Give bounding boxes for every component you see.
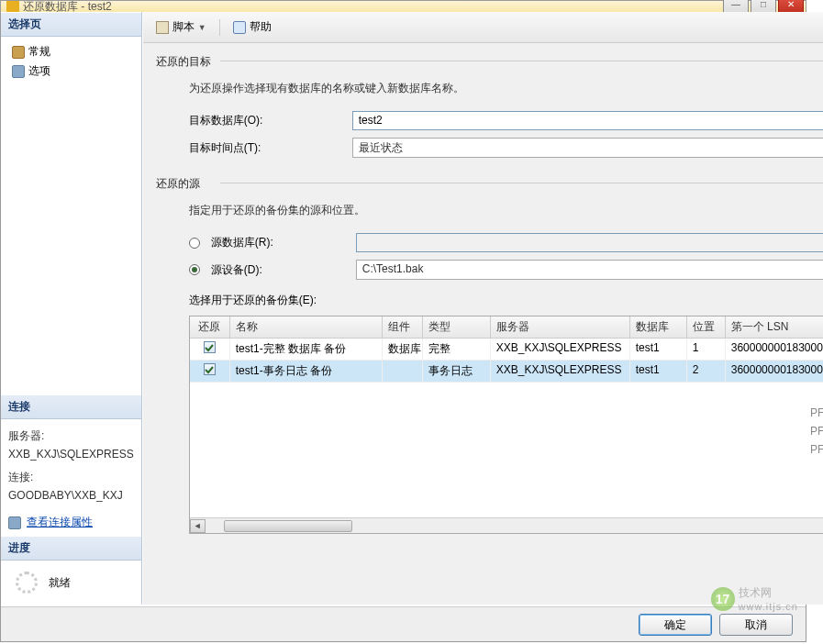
grid-header: 还原 名称 组件 类型 服务器 数据库 位置 第一个 LSN	[190, 316, 823, 339]
restore-checkbox[interactable]	[204, 341, 216, 353]
maximize-button[interactable]: □	[751, 1, 776, 12]
horizontal-scrollbar[interactable]: ◄ ►	[190, 517, 823, 533]
cell-component: 数据库	[383, 339, 423, 360]
from-database-label: 源数据库(R):	[211, 235, 349, 250]
page-options[interactable]: 选项	[8, 61, 134, 81]
table-row[interactable]: test1-完整 数据库 备份数据库完整XXB_KXJ\SQLEXPRESSte…	[190, 339, 823, 361]
source-heading: 还原的源	[156, 171, 823, 194]
help-icon	[233, 21, 246, 34]
cell-database: test1	[630, 361, 687, 382]
source-desc: 指定用于还原的备份集的源和位置。	[156, 194, 823, 229]
options-icon	[12, 65, 25, 78]
table-row[interactable]: test1-事务日志 备份事务日志XXB_KXJ\SQLEXPRESStest1…	[190, 361, 823, 383]
server-label: 服务器:	[8, 428, 134, 444]
cell-position: 1	[687, 339, 726, 360]
from-device-radio[interactable]	[189, 264, 200, 275]
dialog-footer: 确定 取消	[1, 606, 806, 641]
progress-status: 就绪	[49, 575, 71, 591]
cell-database: test1	[630, 339, 687, 360]
target-desc: 为还原操作选择现有数据库的名称或键入新数据库名称。	[156, 72, 823, 107]
from-database-radio[interactable]	[189, 238, 200, 249]
right-panel: 脚本 ▼ 帮助 还原的目标 为还原操作选择现有数据库的名称或键入新数据库名称。 …	[142, 12, 823, 605]
title-bar: 还原数据库 - test2 — □ ✕	[1, 1, 806, 12]
backup-sets-grid[interactable]: 还原 名称 组件 类型 服务器 数据库 位置 第一个 LSN test1-完整 …	[189, 316, 823, 534]
restore-checkbox[interactable]	[204, 363, 216, 375]
ok-button[interactable]: 确定	[639, 614, 712, 636]
dialog-window: 还原数据库 - test2 — □ ✕ 选择页 常规 选项 连接 服务器:	[0, 0, 806, 642]
target-db-value: test2	[359, 114, 383, 127]
cell-lsn: 36000000018300077	[726, 361, 823, 382]
server-value: XXB_KXJ\SQLEXPRESS	[8, 448, 134, 461]
cell-lsn: 36000000018300077	[726, 339, 823, 360]
col-component[interactable]: 组件	[383, 316, 423, 338]
target-db-label: 目标数据库(O):	[189, 113, 345, 128]
from-database-combo	[356, 233, 823, 252]
page-general[interactable]: 常规	[8, 42, 134, 61]
cell-name: test1-事务日志 备份	[230, 361, 383, 382]
cell-position: 2	[687, 361, 726, 382]
app-icon	[6, 1, 19, 12]
script-icon	[156, 21, 169, 34]
col-database[interactable]: 数据库	[630, 316, 687, 338]
col-server[interactable]: 服务器	[491, 316, 630, 338]
script-button[interactable]: 脚本 ▼	[152, 17, 210, 37]
left-panel: 选择页 常规 选项 连接 服务器: XXB_KXJ\SQLEXPRESS 连接:…	[1, 12, 142, 605]
scroll-thumb[interactable]	[224, 520, 352, 532]
scroll-left-button[interactable]: ◄	[190, 519, 206, 533]
col-type[interactable]: 类型	[423, 316, 491, 338]
cell-name: test1-完整 数据库 备份	[230, 339, 383, 360]
target-heading: 还原的目标	[156, 49, 823, 72]
progress-heading: 进度	[1, 536, 141, 561]
chevron-down-icon: ▼	[198, 23, 206, 32]
target-db-combo[interactable]: test2	[352, 111, 823, 130]
toolbar: 脚本 ▼ 帮助	[143, 12, 823, 43]
script-label: 脚本	[172, 19, 195, 35]
cancel-button[interactable]: 取消	[719, 614, 793, 636]
col-restore[interactable]: 还原	[190, 316, 230, 338]
progress-spinner-icon	[16, 572, 38, 594]
conn-value: GOODBABY\XXB_KXJ	[8, 489, 134, 502]
target-time-label: 目标时间点(T):	[189, 140, 345, 156]
toolbar-separator	[219, 19, 220, 36]
col-lsn[interactable]: 第一个 LSN	[726, 316, 823, 338]
page-options-label: 选项	[28, 63, 50, 79]
help-label: 帮助	[250, 19, 272, 35]
cell-type: 完整	[423, 339, 491, 360]
cell-type: 事务日志	[423, 361, 491, 382]
minimize-button[interactable]: —	[723, 1, 749, 12]
connection-heading: 连接	[1, 394, 141, 419]
cell-server: XXB_KXJ\SQLEXPRESS	[491, 339, 630, 360]
window-title: 还原数据库 - test2	[23, 1, 112, 12]
conn-label: 连接:	[8, 470, 134, 485]
col-name[interactable]: 名称	[230, 316, 383, 338]
help-button[interactable]: 帮助	[229, 17, 275, 37]
from-device-label: 源设备(D):	[211, 262, 349, 278]
backup-sets-label: 选择用于还原的备份集(E):	[189, 293, 317, 308]
edge-fragment: PFPFPF	[810, 404, 823, 459]
from-device-field: C:\Test1.bak	[356, 260, 823, 280]
view-connection-props-link[interactable]: 查看连接属性	[27, 515, 93, 530]
page-general-label: 常规	[28, 44, 50, 60]
cell-component	[383, 361, 423, 382]
properties-icon	[8, 516, 21, 529]
close-button[interactable]: ✕	[778, 1, 804, 12]
col-position[interactable]: 位置	[687, 316, 726, 338]
general-icon	[12, 46, 25, 59]
cell-server: XXB_KXJ\SQLEXPRESS	[491, 361, 630, 382]
select-page-heading: 选择页	[1, 12, 141, 37]
target-time-field: 最近状态	[352, 138, 823, 158]
